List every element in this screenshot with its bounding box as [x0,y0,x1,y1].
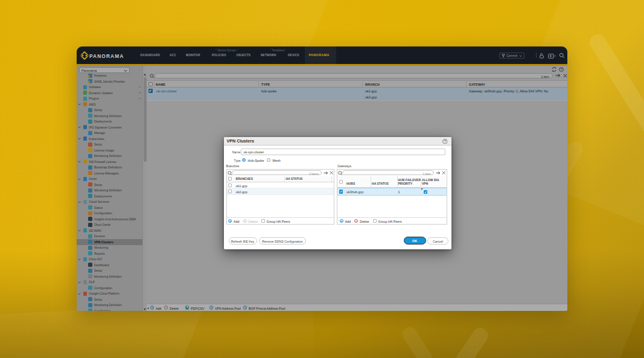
svg-text:?: ? [444,139,445,143]
svg-text:?: ? [560,67,562,71]
